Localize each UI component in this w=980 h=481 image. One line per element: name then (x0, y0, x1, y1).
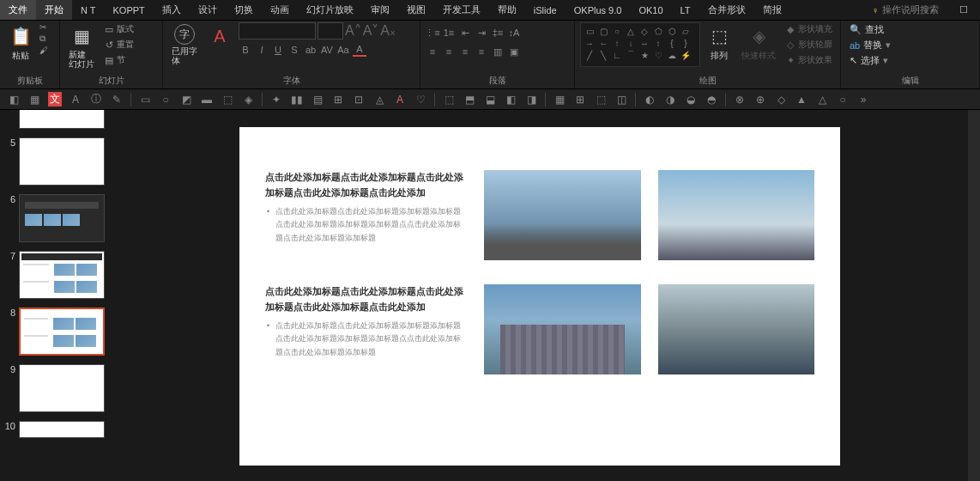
qa-icon[interactable]: ⊡ (352, 94, 366, 106)
spacing-icon[interactable]: AV (320, 43, 334, 57)
decrease-font-icon[interactable]: A˅ (363, 22, 379, 40)
tab-review[interactable]: 审阅 (362, 0, 398, 20)
qa-overflow-icon[interactable]: » (856, 94, 870, 106)
section-button[interactable]: ▤节 (101, 53, 136, 67)
qa-icon[interactable]: ⊞ (331, 94, 345, 106)
format-painter-icon[interactable]: 🖌 (39, 46, 48, 55)
current-slide[interactable]: 点击此处添加标题点击此处添加标题点击此处添加标题点击此处添加标题点击此处添加 点… (239, 127, 840, 466)
font-family-select[interactable] (239, 22, 316, 40)
shape-effects-button[interactable]: ✦形状效果 (783, 53, 834, 67)
tell-me-search[interactable]: ♀ 操作说明搜索 (872, 3, 947, 16)
qa-icon[interactable]: ◧ (7, 94, 21, 106)
tab-insert[interactable]: 插入 (154, 0, 190, 20)
tab-nt[interactable]: N T (72, 2, 105, 19)
tab-design[interactable]: 设计 (190, 0, 226, 20)
shadow-icon[interactable]: ab (304, 43, 318, 57)
font-color-icon[interactable]: A (353, 43, 366, 57)
tab-islide[interactable]: iSlide (525, 2, 566, 19)
used-fonts-button[interactable]: 字 已用字 体 (168, 22, 201, 67)
tab-ok10[interactable]: OK10 (630, 2, 671, 19)
arrange-button[interactable]: ⬚ 排列 (704, 22, 735, 64)
bold-icon[interactable]: B (239, 43, 252, 57)
reset-button[interactable]: ↺重置 (101, 38, 136, 52)
qa-icon[interactable]: ◨ (524, 94, 538, 106)
indent-left-icon[interactable]: ⇤ (458, 26, 472, 40)
thumbnail-partial[interactable] (0, 110, 112, 131)
qa-icon[interactable]: ◧ (504, 94, 517, 106)
smartart-icon[interactable]: ▣ (507, 45, 521, 58)
qa-icon[interactable]: A (393, 94, 407, 106)
qa-icon[interactable]: ◐ (643, 94, 656, 106)
qa-icon[interactable]: ▦ (553, 94, 566, 106)
qa-icon[interactable]: ◇ (774, 94, 788, 106)
select-button[interactable]: ↖选择▾ (846, 53, 894, 68)
qa-icon[interactable]: ◓ (705, 94, 718, 106)
numbering-icon[interactable]: 1≡ (442, 26, 456, 40)
image-placeholder-1[interactable] (484, 170, 640, 260)
qa-icon[interactable]: ◑ (663, 94, 677, 106)
qa-icon[interactable]: ▤ (311, 94, 324, 106)
tab-help[interactable]: 帮助 (489, 0, 525, 20)
new-slide-button[interactable]: ▦ 新建 幻灯片 (65, 22, 98, 70)
align-left-icon[interactable]: ≡ (426, 45, 439, 58)
tab-view[interactable]: 视图 (398, 0, 434, 20)
qa-icon[interactable]: ⊗ (733, 94, 747, 106)
qa-icon[interactable]: ♡ (414, 94, 427, 106)
tab-koppt[interactable]: KOPPT (105, 2, 154, 19)
tab-animations[interactable]: 动画 (262, 0, 298, 20)
qa-icon[interactable]: ⬒ (463, 94, 476, 106)
qa-icon[interactable]: ▦ (27, 94, 41, 106)
qa-icon[interactable]: ✦ (269, 94, 283, 106)
italic-icon[interactable]: I (255, 43, 269, 57)
qa-icon[interactable]: ⊕ (753, 94, 767, 106)
tab-okplus[interactable]: OKPlus 9.0 (566, 2, 631, 19)
thumbnail-6[interactable]: 6 (0, 192, 112, 244)
qa-icon[interactable]: ⊞ (573, 94, 587, 106)
tab-mergeshapes[interactable]: 合并形状 (699, 0, 754, 20)
thumbnail-8[interactable]: 8 (0, 306, 112, 357)
share-button[interactable]: ☐ (947, 4, 980, 15)
copy-icon[interactable]: ⧉ (39, 33, 48, 44)
image-placeholder-3[interactable] (484, 284, 640, 374)
qa-icon[interactable]: ○ (159, 94, 172, 106)
align-center-icon[interactable]: ≡ (442, 45, 456, 58)
paste-button[interactable]: 📋 粘贴 (5, 22, 36, 64)
increase-font-icon[interactable]: A˄ (345, 22, 361, 40)
columns-icon[interactable]: ▥ (491, 45, 505, 58)
thumbnail-5[interactable]: 5 (0, 136, 112, 187)
clear-format-button[interactable]: A (204, 22, 235, 50)
qa-icon[interactable]: △ (815, 94, 829, 106)
qa-icon[interactable]: ▬ (200, 94, 214, 106)
tab-file[interactable]: 文件 (0, 0, 36, 20)
qa-icon[interactable]: ◈ (241, 94, 255, 106)
tab-lt[interactable]: LT (672, 2, 699, 19)
thumbnail-10[interactable]: 10 (0, 419, 112, 440)
quick-styles-button[interactable]: ◈ 快速样式 (738, 22, 779, 64)
cut-icon[interactable]: ✂ (39, 22, 48, 32)
tab-developer[interactable]: 开发工具 (434, 0, 489, 20)
tab-slideshow[interactable]: 幻灯片放映 (298, 0, 362, 20)
case-icon[interactable]: Aa (336, 43, 350, 57)
shapes-gallery[interactable]: ▭▢○△◇⬠⬡▱ →←↑↓↔↕{} ╱╲∟⌒★♡☁⚡ (580, 22, 700, 67)
qa-icon[interactable]: ▲ (795, 94, 808, 106)
qa-icon[interactable]: ◒ (684, 94, 698, 106)
qa-icon[interactable]: ⬚ (221, 94, 234, 106)
qa-icon[interactable]: ◩ (179, 94, 193, 106)
image-placeholder-2[interactable] (658, 170, 814, 260)
indent-right-icon[interactable]: ⇥ (475, 26, 488, 40)
underline-icon[interactable]: U (271, 43, 285, 57)
qa-icon[interactable]: ⬚ (594, 94, 608, 106)
replace-button[interactable]: ab替换▾ (846, 38, 894, 52)
tab-transitions[interactable]: 切换 (226, 0, 262, 20)
align-right-icon[interactable]: ≡ (458, 45, 472, 58)
strike-icon[interactable]: S (287, 43, 301, 57)
text-direction-icon[interactable]: ↕A (507, 26, 521, 40)
qa-icon[interactable]: ⓘ (89, 92, 103, 107)
justify-icon[interactable]: ≡ (475, 45, 488, 58)
qa-icon[interactable]: ○ (836, 94, 850, 106)
line-spacing-icon[interactable]: ‡≡ (491, 26, 505, 40)
text-block-2[interactable]: 点击此处添加标题点击此处添加标题点击此处添加标题点击此处添加标题点击此处添加 点… (265, 284, 467, 374)
image-placeholder-4[interactable] (658, 284, 814, 374)
clear-icon[interactable]: Aₓ (380, 22, 396, 40)
qa-icon[interactable]: A (69, 94, 82, 106)
